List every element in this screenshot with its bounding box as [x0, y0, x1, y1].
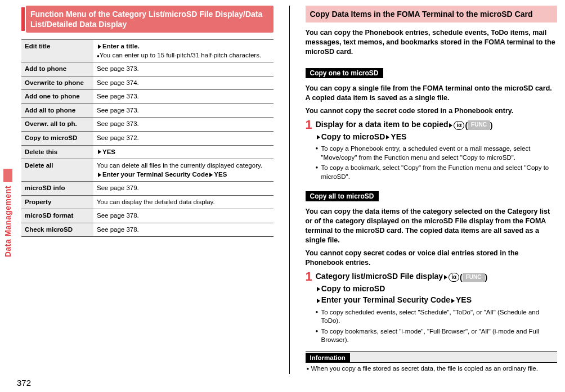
- row-name: Delete all: [21, 159, 93, 182]
- row-desc: See page 378.: [93, 209, 273, 223]
- table-row: Add all to phoneSee page 373.: [21, 103, 273, 118]
- table-row: Edit titleEnter a title.●You can enter u…: [21, 40, 273, 62]
- list-item: To copy bookmarks, select "i-mode", "Ful…: [316, 327, 558, 345]
- side-tab-label: Data Management: [3, 186, 12, 257]
- page-number: 372: [17, 378, 31, 388]
- s1-l2a: Copy to microSD: [321, 132, 385, 141]
- row-desc: See page 373.: [93, 90, 273, 104]
- row-desc: See page 373.: [93, 118, 273, 132]
- row-desc: See page 372.: [93, 131, 273, 145]
- table-row: Delete thisYES: [21, 145, 273, 159]
- row-name: microSD format: [21, 209, 93, 223]
- s1-l1: Display for a data item to be copied: [316, 120, 449, 129]
- s1-para2: You cannot copy the secret code stored i…: [306, 106, 558, 116]
- s1-bullets: To copy a Phonebook entry, a scheduled e…: [306, 145, 558, 181]
- row-desc: See page 373.: [93, 62, 273, 76]
- arrow-icon: [317, 287, 320, 291]
- row-name: microSD info: [21, 182, 93, 196]
- s2-l3a: Enter your Terminal Security Code: [321, 295, 450, 304]
- row-name: Delete this: [21, 145, 93, 159]
- right-column: Copy Data Items in the FOMA Terminal to …: [306, 6, 558, 374]
- chip-copy-all: Copy all to microSD: [306, 191, 379, 201]
- s1-step: 1 Display for a data item to be copiediα…: [306, 119, 558, 142]
- information-note: ● When you copy a file stored as secret …: [306, 363, 558, 374]
- row-name: Property: [21, 195, 93, 209]
- table-row: Overwr. all to ph.See page 373.: [21, 118, 273, 132]
- side-tab: Data Management: [2, 169, 14, 270]
- table-row: microSD infoSee page 379.: [21, 182, 273, 196]
- list-item: To copy a bookmark, select "Copy" from t…: [316, 164, 558, 181]
- table-row: PropertyYou can display the detailed dat…: [21, 195, 273, 209]
- func-label: FUNC: [468, 120, 490, 130]
- row-desc: See page 373.: [93, 103, 273, 118]
- s1-step-text: Display for a data item to be copiediα(F…: [316, 119, 493, 142]
- list-item: To copy a Phonebook entry, a scheduled e…: [316, 145, 558, 162]
- s2-step-text: Category list/microSD File displayiα(FUN…: [316, 271, 487, 305]
- function-menu-table: Edit titleEnter a title.●You can enter u…: [21, 39, 273, 237]
- s2-bullets: To copy scheduled events, select "Schedu…: [306, 308, 558, 345]
- s2-step: 1 Category list/microSD File displayiα(F…: [306, 271, 558, 305]
- step-number-1b: 1: [306, 271, 312, 305]
- arrow-icon: [317, 135, 320, 139]
- arrow-icon: [386, 135, 389, 139]
- oval-icon: iα: [449, 273, 459, 282]
- left-heading: Function Menu of the Category List/micro…: [26, 6, 273, 33]
- information-bar: Information: [306, 352, 558, 363]
- list-item: To copy scheduled events, select "Schedu…: [316, 308, 558, 326]
- right-heading: Copy Data Items in the FOMA Terminal to …: [306, 6, 558, 22]
- info-note-text: When you copy a file stored as secret da…: [311, 365, 538, 372]
- func-button-icon: iα(FUNC): [454, 120, 492, 131]
- table-row: Delete allYou can delete all files in th…: [21, 159, 273, 182]
- row-desc: You can display the detailed data displa…: [93, 195, 273, 209]
- s2-l1: Category list/microSD File display: [316, 272, 443, 281]
- information-title: Information: [306, 353, 350, 362]
- row-desc: You can delete all files in the currentl…: [93, 159, 273, 182]
- right-lead: You can copy the Phonebook entries, sche…: [306, 28, 558, 57]
- table-row: Add one to phoneSee page 373.: [21, 90, 273, 104]
- s2-l3b: YES: [456, 295, 472, 304]
- func-button-icon: iα(FUNC): [449, 272, 487, 283]
- row-desc: See page 379.: [93, 182, 273, 196]
- row-name: Overwr. all to ph.: [21, 118, 93, 132]
- row-desc: YES: [93, 145, 273, 159]
- row-name: Add one to phone: [21, 90, 93, 104]
- side-tab-marker: [3, 169, 12, 182]
- row-name: Copy to microSD: [21, 131, 93, 145]
- table-row: Check microSDSee page 378.: [21, 223, 273, 237]
- row-name: Overwrite to phone: [21, 76, 93, 90]
- arrow-icon: [444, 275, 447, 280]
- row-desc: Enter a title.●You can enter up to 15 fu…: [93, 40, 273, 62]
- table-row: Overwrite to phoneSee page 374.: [21, 76, 273, 90]
- row-name: Edit title: [21, 40, 93, 62]
- arrow-icon: [451, 299, 455, 303]
- row-name: Add all to phone: [21, 103, 93, 118]
- func-label: FUNC: [463, 273, 485, 282]
- row-name: Add to phone: [21, 62, 93, 76]
- oval-icon: iα: [454, 121, 464, 130]
- s1-para1: You can copy a single file from the FOMA…: [306, 84, 558, 103]
- row-desc: See page 374.: [93, 76, 273, 90]
- table-row: Add to phoneSee page 373.: [21, 62, 273, 76]
- s2-para1: You can copy the data items of the categ…: [306, 207, 558, 245]
- row-name: Check microSD: [21, 223, 93, 237]
- arrow-icon: [317, 299, 320, 303]
- step-number-1a: 1: [306, 119, 312, 142]
- chip-copy-one: Copy one to microSD: [306, 68, 383, 78]
- arrow-icon: [449, 123, 452, 128]
- row-desc: See page 378.: [93, 223, 273, 237]
- table-row: microSD formatSee page 378.: [21, 209, 273, 223]
- left-column: Function Menu of the Category List/micro…: [8, 6, 273, 374]
- table-row: Copy to microSDSee page 372.: [21, 131, 273, 145]
- column-divider: [289, 6, 290, 374]
- s1-l2b: YES: [391, 132, 406, 141]
- s2-l2: Copy to microSD: [321, 284, 385, 293]
- s2-para2: You cannot copy secret codes or voice di…: [306, 249, 558, 268]
